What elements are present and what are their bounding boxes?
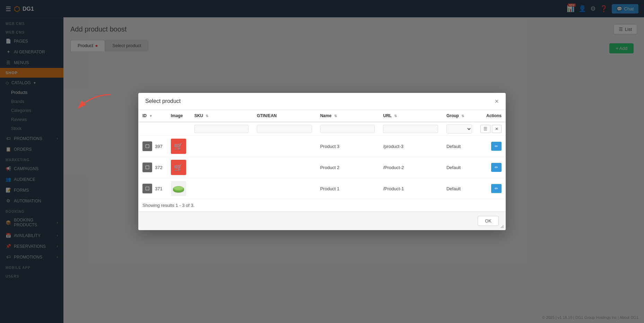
cell-gtin-371 xyxy=(253,178,316,199)
annotation-arrow xyxy=(71,93,116,114)
cell-group-372: Default xyxy=(442,157,476,178)
checkbox-icon: ☐ xyxy=(145,186,150,191)
col-header-group[interactable]: Group ⇅ xyxy=(442,110,476,122)
col-header-actions: Actions xyxy=(476,110,506,122)
bowl-svg xyxy=(172,184,185,193)
cell-name-371: Product 1 xyxy=(316,178,379,199)
filter-clear-button[interactable]: ✕ xyxy=(492,125,502,133)
modal-close-button[interactable]: × xyxy=(495,98,499,105)
cell-checkbox-397: ☐ 397 xyxy=(138,136,167,157)
name-sort-icon: ⇅ xyxy=(334,114,337,118)
cell-gtin-397 xyxy=(253,136,316,157)
filter-group-cell: Default xyxy=(442,122,476,136)
filter-url-cell xyxy=(379,122,442,136)
checkbox-icon: ☐ xyxy=(145,165,150,170)
table-header-row: ID ▼ Image SKU ⇅ GTIN/EAN xyxy=(138,110,506,122)
cell-sku-371 xyxy=(190,178,253,199)
cart-icon-2: 🛒 xyxy=(174,163,183,172)
edit-button-372[interactable]: ✏ xyxy=(491,163,502,172)
modal-body: ID ▼ Image SKU ⇅ GTIN/EAN xyxy=(138,110,506,211)
cell-actions-372: ✏ xyxy=(476,157,506,178)
col-header-sku[interactable]: SKU ⇅ xyxy=(190,110,253,122)
select-product-modal: Select product × ID ▼ Image SKU xyxy=(138,93,506,230)
filter-gtin-input[interactable] xyxy=(257,125,312,133)
sku-sort-icon: ⇅ xyxy=(206,114,208,118)
group-sort-icon: ⇅ xyxy=(461,114,464,118)
cell-url-397: /product-3 xyxy=(379,136,442,157)
filter-actions-cell: ☰ ✕ xyxy=(476,122,506,136)
cell-id-371: 371 xyxy=(155,186,163,191)
cell-image-371 xyxy=(167,178,190,199)
cell-image-397: 🛒 xyxy=(167,136,190,157)
id-sort-icon: ▼ xyxy=(149,114,153,118)
cell-id-372: 372 xyxy=(155,165,163,170)
cell-checkbox-372: ☐ 372 xyxy=(138,157,167,178)
cell-group-371: Default xyxy=(442,178,476,199)
row-checkbox-372[interactable]: ☐ xyxy=(142,163,152,172)
modal-title: Select product xyxy=(145,98,181,104)
edit-button-371[interactable]: ✏ xyxy=(491,184,502,193)
edit-button-397[interactable]: ✏ xyxy=(491,142,502,151)
url-sort-icon: ⇅ xyxy=(394,114,397,118)
filter-columns-button[interactable]: ☰ xyxy=(480,125,490,133)
col-header-image: Image xyxy=(167,110,190,122)
cell-name-372: Product 2 xyxy=(316,157,379,178)
modal-footer: OK xyxy=(138,211,506,230)
modal-resize-handle[interactable] xyxy=(500,225,504,229)
cell-sku-372 xyxy=(190,157,253,178)
filter-sku-cell xyxy=(190,122,253,136)
modal-overlay[interactable]: Select product × ID ▼ Image SKU xyxy=(0,0,644,323)
filter-name-cell xyxy=(316,122,379,136)
filter-name-input[interactable] xyxy=(320,125,375,133)
cell-sku-397 xyxy=(190,136,253,157)
product-image-397: 🛒 xyxy=(171,139,186,154)
filter-url-input[interactable] xyxy=(383,125,438,133)
cell-url-372: /Product-2 xyxy=(379,157,442,178)
ok-button[interactable]: OK xyxy=(478,216,499,226)
products-table: ID ▼ Image SKU ⇅ GTIN/EAN xyxy=(138,110,506,199)
col-header-name[interactable]: Name ⇅ xyxy=(316,110,379,122)
cell-checkbox-371: ☐ 371 xyxy=(138,178,167,199)
cell-gtin-372 xyxy=(253,157,316,178)
table-row: ☐ 397 🛒 Product 3 xyxy=(138,136,506,157)
row-checkbox-371[interactable]: ☐ xyxy=(142,184,152,193)
cell-actions-397: ✏ xyxy=(476,136,506,157)
col-header-id[interactable]: ID ▼ xyxy=(138,110,167,122)
svg-point-3 xyxy=(174,186,183,190)
col-header-url[interactable]: URL ⇅ xyxy=(379,110,442,122)
filter-action-buttons: ☰ ✕ xyxy=(480,125,502,133)
modal-header: Select product × xyxy=(138,93,506,110)
filter-group-select[interactable]: Default xyxy=(446,124,472,133)
results-text: Showing results 1 - 3 of 3. xyxy=(138,199,506,211)
checkbox-icon: ☐ xyxy=(145,143,150,149)
cell-name-397: Product 3 xyxy=(316,136,379,157)
cart-icon: 🛒 xyxy=(174,142,183,150)
cell-group-397: Default xyxy=(442,136,476,157)
filter-gtin-cell xyxy=(253,122,316,136)
row-checkbox-397[interactable]: ☐ xyxy=(142,141,152,151)
cell-url-371: /Product-1 xyxy=(379,178,442,199)
filter-id-cell xyxy=(138,122,167,136)
table-filter-row: Default ☰ ✕ xyxy=(138,122,506,136)
table-row: ☐ 372 🛒 Product 2 xyxy=(138,157,506,178)
col-header-gtin: GTIN/EAN xyxy=(253,110,316,122)
cell-actions-371: ✏ xyxy=(476,178,506,199)
filter-image-cell xyxy=(167,122,190,136)
cell-image-372: 🛒 xyxy=(167,157,190,178)
filter-sku-input[interactable] xyxy=(194,125,249,133)
table-row: ☐ 371 xyxy=(138,178,506,199)
cell-id-397: 397 xyxy=(155,144,163,149)
product-image-372: 🛒 xyxy=(171,160,186,175)
product-image-371 xyxy=(171,181,186,196)
